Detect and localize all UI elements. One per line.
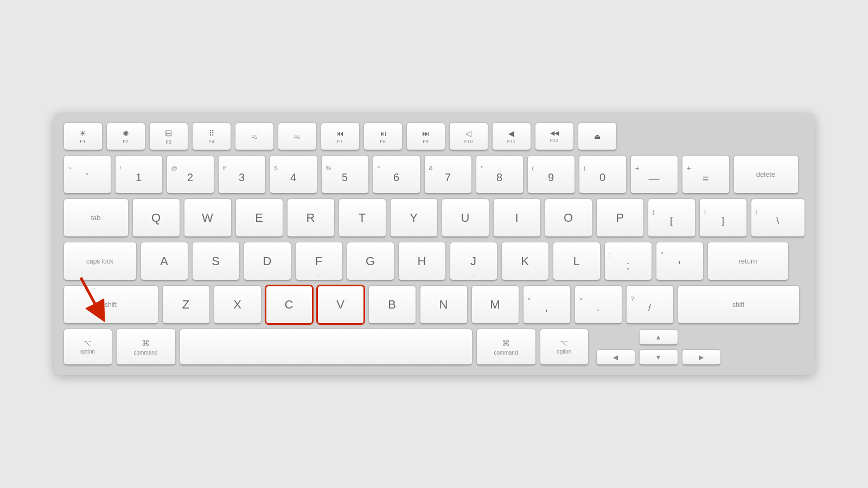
key-equals[interactable]: + = bbox=[682, 155, 730, 194]
key-q[interactable]: Q bbox=[132, 198, 180, 237]
key-z[interactable]: Z bbox=[162, 285, 210, 324]
key-option-right[interactable]: ⌥ option bbox=[540, 329, 589, 365]
key-r[interactable]: R bbox=[287, 198, 335, 237]
key-delete[interactable]: delete bbox=[733, 155, 799, 194]
key-shift-right[interactable]: shift bbox=[678, 285, 800, 324]
key-backslash[interactable]: | \ bbox=[751, 198, 805, 237]
key-slash[interactable]: ? / bbox=[626, 285, 674, 324]
arrow-key-group: ▲ ◀ ▼ ▶ bbox=[596, 329, 721, 365]
key-1[interactable]: ! 1 bbox=[115, 155, 163, 194]
key-semicolon-top: : bbox=[609, 251, 611, 259]
key-v[interactable]: V bbox=[317, 285, 365, 324]
key-x[interactable]: X bbox=[214, 285, 261, 324]
key-c[interactable]: C bbox=[265, 285, 313, 324]
key-f10[interactable]: ◁ F10 bbox=[449, 123, 488, 151]
key-j[interactable]: J — bbox=[450, 242, 497, 281]
key-3[interactable]: # 3 bbox=[218, 155, 266, 194]
zxcv-row: shift Z X C V B N M < , > . ? / shift bbox=[63, 285, 805, 324]
key-semicolon[interactable]: : ; bbox=[604, 242, 652, 281]
key-f1[interactable]: ☀ F1 bbox=[63, 123, 103, 151]
key-f2[interactable]: ✺ F2 bbox=[106, 123, 145, 151]
key-period[interactable]: > . bbox=[575, 285, 622, 324]
key-m[interactable]: M bbox=[471, 285, 519, 324]
option-right-sym: ⌥ bbox=[560, 339, 568, 347]
key-command-left[interactable]: ⌘ command bbox=[116, 329, 176, 365]
key-arrow-right[interactable]: ▶ bbox=[682, 349, 721, 365]
arrow-up-icon: ▲ bbox=[655, 333, 662, 341]
key-0-top: ) bbox=[584, 165, 586, 171]
key-f12[interactable]: ◀◀ F12 bbox=[535, 123, 574, 151]
key-caps-lock-label: caps lock bbox=[86, 258, 113, 265]
key-p[interactable]: P bbox=[596, 198, 644, 237]
key-5[interactable]: % 5 bbox=[321, 155, 369, 194]
f2-label: F2 bbox=[123, 139, 129, 144]
key-space[interactable] bbox=[180, 329, 473, 365]
command-left-sym: ⌘ bbox=[142, 338, 150, 348]
key-8-top: * bbox=[481, 165, 483, 171]
key-f[interactable]: F — bbox=[295, 242, 343, 281]
key-0-main: 0 bbox=[599, 171, 605, 184]
key-l[interactable]: L bbox=[553, 242, 601, 281]
key-f7[interactable]: ⏮ F7 bbox=[321, 123, 360, 151]
key-command-right[interactable]: ⌘ command bbox=[476, 329, 536, 365]
key-g[interactable]: G bbox=[347, 242, 394, 281]
key-i[interactable]: I bbox=[493, 198, 541, 237]
key-b[interactable]: B bbox=[368, 285, 416, 324]
key-s[interactable]: S bbox=[192, 242, 240, 281]
volume-up-icon: ◀◀ bbox=[550, 130, 559, 137]
key-quote[interactable]: " ' bbox=[656, 242, 704, 281]
key-backtick[interactable]: ~ ` bbox=[63, 155, 111, 194]
key-h[interactable]: H bbox=[398, 242, 446, 281]
key-4-top: $ bbox=[275, 165, 278, 171]
key-y[interactable]: Y bbox=[390, 198, 438, 237]
key-minus[interactable]: + — bbox=[630, 155, 678, 194]
mute-icon: ◁ bbox=[465, 129, 471, 138]
play-pause-icon: ⏯ bbox=[379, 129, 387, 138]
key-2-main: 2 bbox=[187, 171, 193, 184]
key-6[interactable]: ^ 6 bbox=[373, 155, 420, 194]
key-w[interactable]: W bbox=[184, 198, 232, 237]
key-8[interactable]: * 8 bbox=[476, 155, 524, 194]
key-0[interactable]: ) 0 bbox=[579, 155, 627, 194]
key-comma[interactable]: < , bbox=[523, 285, 571, 324]
key-arrow-up[interactable]: ▲ bbox=[639, 329, 678, 345]
key-4[interactable]: $ 4 bbox=[270, 155, 317, 194]
key-period-main: . bbox=[597, 302, 599, 313]
key-tab[interactable]: tab bbox=[63, 198, 129, 237]
key-shift-left[interactable]: shift bbox=[63, 285, 158, 324]
key-7[interactable]: & 7 bbox=[424, 155, 472, 194]
key-f6[interactable]: F6 bbox=[278, 123, 317, 151]
key-f9[interactable]: ⏭ F9 bbox=[406, 123, 445, 151]
key-u[interactable]: U bbox=[442, 198, 489, 237]
key-arrow-left[interactable]: ◀ bbox=[596, 349, 635, 365]
brightness-icon: ☀ bbox=[79, 129, 86, 138]
key-shift-right-label: shift bbox=[732, 301, 744, 309]
key-f11[interactable]: ◀ F11 bbox=[492, 123, 531, 151]
key-backtick-top: ~ bbox=[68, 165, 72, 171]
key-f3[interactable]: ⊟ F3 bbox=[149, 123, 188, 151]
key-n[interactable]: N bbox=[420, 285, 468, 324]
key-6-top: ^ bbox=[378, 165, 380, 171]
key-caps-lock[interactable]: caps lock bbox=[63, 242, 137, 281]
key-f8[interactable]: ⏯ F8 bbox=[363, 123, 403, 151]
key-9-top: ( bbox=[532, 165, 534, 171]
key-o[interactable]: O bbox=[545, 198, 592, 237]
option-left-label: option bbox=[80, 349, 95, 355]
key-f4[interactable]: ⠿ F4 bbox=[192, 123, 231, 151]
key-9-main: 9 bbox=[548, 171, 554, 184]
key-d[interactable]: D bbox=[244, 242, 291, 281]
key-option-left[interactable]: ⌥ option bbox=[63, 329, 112, 365]
key-2[interactable]: @ 2 bbox=[167, 155, 214, 194]
key-a[interactable]: A bbox=[141, 242, 188, 281]
key-f5[interactable]: F5 bbox=[235, 123, 274, 151]
key-3-top: # bbox=[223, 165, 226, 171]
key-e[interactable]: E bbox=[235, 198, 283, 237]
key-k[interactable]: K bbox=[501, 242, 549, 281]
key-open-bracket[interactable]: { [ bbox=[648, 198, 695, 237]
key-close-bracket[interactable]: } ] bbox=[699, 198, 747, 237]
key-arrow-down[interactable]: ▼ bbox=[639, 349, 678, 365]
key-return[interactable]: return bbox=[707, 242, 789, 281]
key-9[interactable]: ( 9 bbox=[527, 155, 575, 194]
key-power[interactable]: ⏏ bbox=[578, 123, 617, 151]
key-t[interactable]: T bbox=[339, 198, 386, 237]
